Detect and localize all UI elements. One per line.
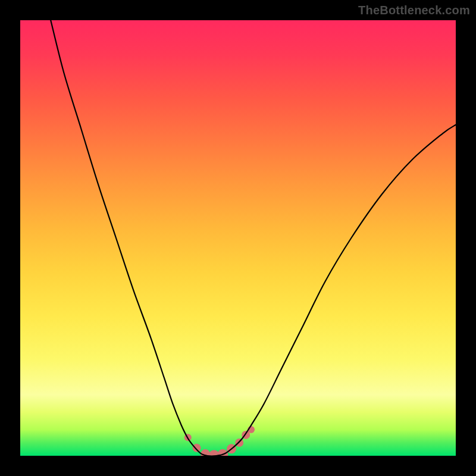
curve-overlay — [20, 20, 456, 456]
bottleneck-curve — [51, 20, 456, 456]
chart-frame: TheBottleneck.com — [0, 0, 476, 476]
watermark-text: TheBottleneck.com — [358, 4, 470, 17]
plot-area — [20, 20, 456, 456]
highlight-markers — [184, 426, 255, 456]
marker-dot — [193, 444, 201, 452]
